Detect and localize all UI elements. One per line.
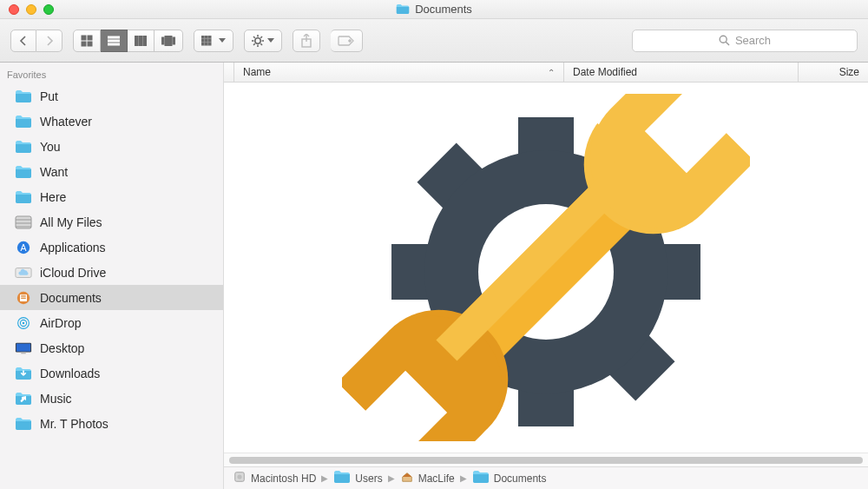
- action-group: [244, 30, 282, 52]
- column-view-button[interactable]: [128, 30, 155, 52]
- chevron-down-icon: [219, 38, 226, 43]
- sidebar-item-label: Music: [40, 392, 72, 406]
- icon-view-button[interactable]: [73, 30, 101, 52]
- column-date-label: Date Modified: [573, 66, 637, 78]
- airdrop-icon: [14, 315, 33, 331]
- folder-blue-icon: [14, 139, 33, 155]
- column-gutter: [224, 63, 234, 82]
- nav-back-forward: [10, 30, 62, 52]
- folder-mini-icon: [472, 470, 490, 486]
- arrange-group: [194, 30, 233, 52]
- svg-rect-21: [208, 43, 211, 45]
- path-item-maclife[interactable]: MacLife: [400, 471, 455, 486]
- sidebar-item-desktop[interactable]: Desktop: [0, 335, 223, 360]
- downloads-icon: [14, 366, 33, 381]
- sidebar-item-label: You: [40, 140, 61, 154]
- sidebar-item-downloads[interactable]: Downloads: [0, 360, 223, 386]
- sidebar-item-here[interactable]: Here: [0, 184, 223, 209]
- list-icon: [108, 36, 120, 46]
- gear-icon: [252, 35, 264, 47]
- list-view-button[interactable]: [101, 30, 128, 52]
- tag-icon: [338, 35, 355, 47]
- svg-rect-4: [108, 36, 120, 38]
- svg-rect-13: [201, 36, 204, 38]
- svg-rect-17: [205, 39, 207, 42]
- view-mode-switcher: [73, 30, 183, 52]
- sidebar-item-label: Applications: [40, 241, 106, 254]
- sidebar-favorites-header: Favorites: [0, 68, 223, 83]
- column-date-header[interactable]: Date Modified: [564, 63, 799, 82]
- svg-rect-11: [165, 36, 172, 46]
- path-item-label: Macintosh HD: [251, 472, 316, 485]
- svg-point-34: [720, 36, 727, 43]
- svg-rect-20: [208, 39, 211, 42]
- svg-rect-16: [205, 36, 207, 38]
- sidebar-item-documents[interactable]: Documents: [0, 285, 223, 310]
- path-bar: Macintosh HD▶Users▶MacLife▶Documents: [224, 466, 868, 489]
- forward-button[interactable]: [36, 30, 62, 52]
- sidebar-item-label: iCloud Drive: [40, 266, 106, 280]
- close-window-button[interactable]: [9, 4, 19, 15]
- allfiles-icon: [14, 215, 33, 230]
- column-size-header[interactable]: Size: [799, 63, 868, 82]
- column-name-header[interactable]: Name ⌃: [234, 63, 564, 82]
- folder-icon: [396, 3, 410, 15]
- titlebar: Documents: [0, 0, 868, 19]
- column-size-label: Size: [839, 66, 859, 78]
- svg-line-35: [726, 42, 729, 45]
- svg-rect-8: [139, 36, 142, 46]
- coverflow-view-button[interactable]: [155, 30, 183, 52]
- back-button[interactable]: [10, 30, 36, 52]
- sidebar-item-label: Here: [40, 190, 66, 204]
- sidebar-item-label: All My Files: [40, 215, 102, 229]
- sidebar-item-mr-t-photos[interactable]: Mr. T Photos: [0, 411, 223, 436]
- svg-rect-10: [161, 37, 164, 44]
- sidebar-item-all-my-files[interactable]: All My Files: [0, 209, 223, 235]
- search-input[interactable]: Search: [632, 30, 858, 52]
- arrange-button[interactable]: [194, 30, 233, 52]
- sidebar: Favorites PutWhateverYouWantHereAll My F…: [0, 63, 224, 489]
- sidebar-item-you[interactable]: You: [0, 134, 223, 159]
- path-item-macintosh-hd[interactable]: Macintosh HD: [233, 471, 316, 486]
- scrollbar-thumb[interactable]: [229, 457, 863, 464]
- tags-button[interactable]: [331, 30, 363, 52]
- sort-ascending-icon: ⌃: [548, 68, 555, 77]
- path-item-documents[interactable]: Documents: [472, 470, 547, 486]
- svg-rect-2: [82, 42, 86, 46]
- maximize-window-button[interactable]: [43, 4, 54, 15]
- hdd-icon: [233, 471, 247, 486]
- window-traffic-lights: [0, 4, 54, 15]
- desktop-icon: [14, 340, 33, 356]
- svg-rect-12: [173, 37, 175, 44]
- svg-rect-3: [88, 42, 92, 46]
- column-name-label: Name: [243, 66, 271, 78]
- share-icon: [300, 34, 312, 48]
- tools-illustration: [342, 94, 750, 441]
- sidebar-item-whatever[interactable]: Whatever: [0, 109, 223, 134]
- sidebar-item-want[interactable]: Want: [0, 159, 223, 184]
- sidebar-item-applications[interactable]: AApplications: [0, 235, 223, 260]
- minimize-window-button[interactable]: [26, 4, 36, 15]
- sidebar-item-label: Downloads: [40, 367, 100, 380]
- main-pane: Name ⌃ Date Modified Size: [224, 63, 868, 489]
- share-button[interactable]: [293, 30, 320, 52]
- svg-line-29: [253, 43, 255, 45]
- file-list-area[interactable]: [224, 83, 868, 453]
- chevron-right-icon: ▶: [321, 473, 328, 483]
- toolbar: Search: [0, 19, 868, 63]
- action-button[interactable]: [244, 30, 282, 52]
- sidebar-item-label: Mr. T Photos: [40, 417, 108, 431]
- sidebar-item-icloud-drive[interactable]: iCloud Drive: [0, 260, 223, 285]
- folder-blue-icon: [14, 114, 33, 129]
- sidebar-item-airdrop[interactable]: AirDrop: [0, 310, 223, 335]
- folder-blue-icon: [14, 416, 33, 432]
- horizontal-scrollbar[interactable]: [224, 453, 868, 466]
- sidebar-item-music[interactable]: Music: [0, 386, 223, 411]
- path-item-label: MacLife: [418, 472, 455, 485]
- sidebar-item-put[interactable]: Put: [0, 83, 223, 109]
- svg-rect-46: [21, 296, 26, 297]
- path-item-label: Documents: [494, 472, 547, 485]
- path-item-label: Users: [355, 472, 382, 485]
- path-item-users[interactable]: Users: [333, 470, 382, 486]
- grid-icon: [81, 35, 93, 47]
